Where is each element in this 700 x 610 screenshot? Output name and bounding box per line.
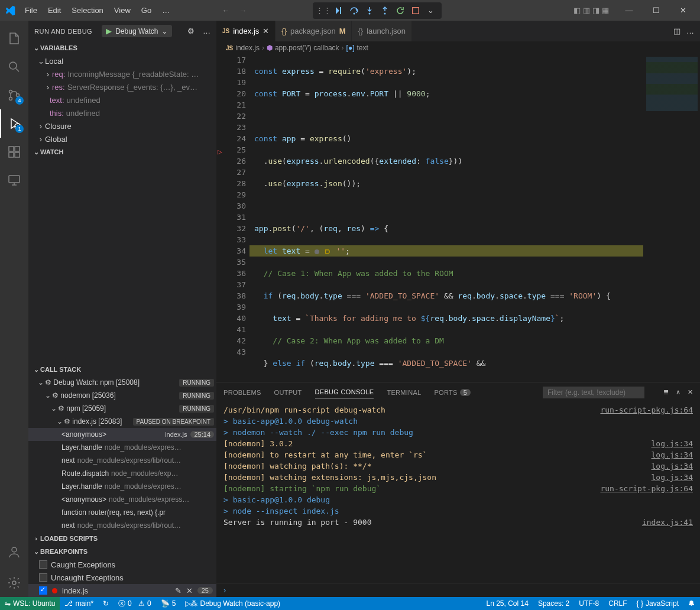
var-res[interactable]: ›res:ServerResponse {_events: {…}, _ev… [28, 80, 216, 93]
accounts-icon[interactable] [0, 538, 28, 566]
cs-frame[interactable]: Layer.handlenode_modules/expres… [28, 480, 216, 493]
debug-start-control[interactable]: ▶ Debug Watch ⌄ [102, 25, 172, 37]
nav-back-icon[interactable]: ← [222, 6, 229, 15]
bp-uncaught[interactable]: Uncaught Exceptions [28, 571, 216, 584]
step-over-icon[interactable] [348, 5, 360, 17]
close-panel-icon[interactable]: ✕ [688, 388, 693, 396]
layout-panel-right-icon[interactable]: ◨ [592, 6, 599, 15]
cs-process[interactable]: ⌄⚙ nodemon [25036]RUNNING [28, 389, 216, 402]
variables-header[interactable]: ⌄VARIABLES [28, 41, 216, 54]
var-req[interactable]: ›req:IncomingMessage {_readableState: … [28, 67, 216, 80]
sb-remote[interactable]: ⇋WSL: Ubuntu [0, 597, 60, 610]
explorer-icon[interactable] [0, 24, 28, 53]
more-icon[interactable]: … [203, 27, 210, 35]
callstack-header[interactable]: ⌄CALL STACK [28, 363, 216, 376]
filter-settings-icon[interactable]: ≣ [663, 388, 669, 396]
scope-global[interactable]: ›Global [28, 132, 216, 145]
scope-local[interactable]: ⌄Local [28, 54, 216, 67]
menu-edit[interactable]: Edit [43, 4, 66, 17]
minimize-icon[interactable]: — [617, 2, 641, 19]
tab-terminal[interactable]: TERMINAL [387, 387, 421, 398]
tab-output[interactable]: OUTPUT [274, 387, 302, 398]
breakpoints-header[interactable]: ⌄BREAKPOINTS [28, 545, 216, 558]
cs-frame[interactable]: nextnode_modules/express/lib/rout… [28, 454, 216, 467]
sb-encoding[interactable]: UTF-8 [574, 599, 604, 608]
cs-frame[interactable]: nextnode_modules/express/lib/rout… [28, 519, 216, 532]
maximize-icon[interactable]: ☐ [644, 2, 668, 19]
toolbar-chevron-down-icon[interactable]: ⌄ [425, 5, 437, 17]
source-control-icon[interactable]: 4 [0, 81, 28, 109]
cs-thread[interactable]: ⌄⚙ index.js [25083]PAUSED ON BREAKPOINT [28, 415, 216, 428]
checkbox[interactable] [39, 573, 47, 582]
tab-index-js[interactable]: JSindex.js✕ [216, 21, 276, 41]
debug-console[interactable]: /usr/bin/npm run-script debug-watchrun-s… [216, 402, 700, 583]
menu-selection[interactable]: Selection [67, 4, 108, 17]
var-this[interactable]: this:undefined [28, 106, 216, 119]
cs-frame[interactable]: <anonymous>index.js25:14 [28, 428, 216, 441]
run-debug-icon[interactable]: 1 [0, 109, 28, 138]
cs-frame[interactable]: function router(req, res, next) {.pr [28, 506, 216, 519]
tab-ports[interactable]: PORTS5 [434, 387, 471, 398]
console-input[interactable]: › [216, 583, 700, 597]
maximize-panel-icon[interactable]: ∧ [676, 388, 680, 396]
sb-sync[interactable]: ↻ [98, 597, 114, 610]
close-window-icon[interactable]: ✕ [672, 2, 695, 19]
watch-header[interactable]: ⌄WATCH [28, 145, 216, 158]
layout-customize-icon[interactable]: ▦ [602, 6, 609, 15]
debug-toolbar[interactable]: ⋮⋮ ⌄ [313, 2, 442, 19]
toolbar-grip-icon[interactable]: ⋮⋮ [317, 5, 329, 17]
edit-icon[interactable]: ✎ [175, 586, 182, 595]
configure-icon[interactable]: ⚙ [187, 27, 195, 35]
tab-debug-console[interactable]: DEBUG CONSOLE [315, 386, 374, 398]
split-editor-icon[interactable]: ◫ [673, 27, 680, 35]
remove-icon[interactable]: ✕ [186, 586, 193, 595]
code-area[interactable]: const express = require('express'); cons… [249, 54, 643, 382]
checkbox[interactable] [39, 586, 47, 595]
step-out-icon[interactable] [379, 5, 391, 17]
menu-go[interactable]: Go [137, 4, 156, 17]
remote-explorer-icon[interactable] [0, 166, 28, 194]
cs-frame[interactable]: Route.dispatchnode_modules/exp… [28, 467, 216, 480]
sb-indent[interactable]: Spaces: 2 [533, 599, 574, 608]
scope-closure[interactable]: ›Closure [28, 119, 216, 132]
more-icon[interactable]: … [686, 27, 694, 35]
menu-file[interactable]: File [20, 4, 42, 17]
layout-panel-bottom-icon[interactable]: ▥ [583, 6, 590, 15]
layout-panel-left-icon[interactable]: ◧ [573, 6, 581, 15]
console-filter-input[interactable] [543, 387, 644, 398]
checkbox[interactable] [39, 560, 47, 569]
breadcrumb[interactable]: JS index.js› ⬢app.post('/') callback› [●… [216, 41, 700, 54]
line-gutter[interactable]: 1718192021222324 ▷25 2627282930313233343… [216, 54, 249, 382]
menu-more[interactable]: … [157, 4, 174, 17]
editor[interactable]: 1718192021222324 ▷25 2627282930313233343… [216, 54, 700, 382]
bp-file-row[interactable]: index.js ✎ ✕ 25 [28, 584, 216, 597]
sb-ports[interactable]: 📡5 [156, 597, 181, 610]
sb-notifications[interactable]: 🔔︎ [683, 599, 700, 608]
loaded-scripts-header[interactable]: ›LOADED SCRIPTS [28, 532, 216, 545]
cs-process[interactable]: ⌄⚙ npm [25059]RUNNING [28, 402, 216, 415]
settings-gear-icon[interactable] [0, 569, 28, 597]
sb-branch[interactable]: ⎇main* [60, 597, 98, 610]
menu-view[interactable]: View [109, 4, 135, 17]
close-icon[interactable]: ✕ [262, 27, 269, 35]
tab-launch-json[interactable]: {}launch.json [352, 21, 411, 41]
extensions-icon[interactable] [0, 138, 28, 166]
tab-package-json[interactable]: {}package.jsonM [276, 21, 352, 41]
search-icon[interactable] [0, 53, 28, 81]
nav-forward-icon[interactable]: → [239, 6, 247, 15]
restart-icon[interactable] [394, 5, 406, 17]
sb-language[interactable]: { }JavaScript [632, 599, 683, 608]
cs-session[interactable]: ⌄⚙ Debug Watch: npm [25008]RUNNING [28, 376, 216, 389]
tab-problems[interactable]: PROBLEMS [223, 387, 261, 398]
sb-cursor-pos[interactable]: Ln 25, Col 14 [482, 599, 533, 608]
sb-eol[interactable]: CRLF [604, 599, 631, 608]
cs-frame[interactable]: Layer.handlenode_modules/expres… [28, 441, 216, 454]
bp-caught[interactable]: Caught Exceptions [28, 558, 216, 571]
sb-debug-session[interactable]: ▷⁂Debug Watch (basic-app) [180, 597, 285, 610]
stop-icon[interactable] [410, 5, 422, 17]
minimap[interactable] [643, 54, 700, 382]
var-text[interactable]: text:undefined [28, 93, 216, 106]
sb-problems[interactable]: ⓧ0 ⚠0 [114, 597, 156, 610]
continue-icon[interactable] [333, 5, 345, 17]
cs-frame[interactable]: <anonymous>node_modules/express… [28, 493, 216, 506]
